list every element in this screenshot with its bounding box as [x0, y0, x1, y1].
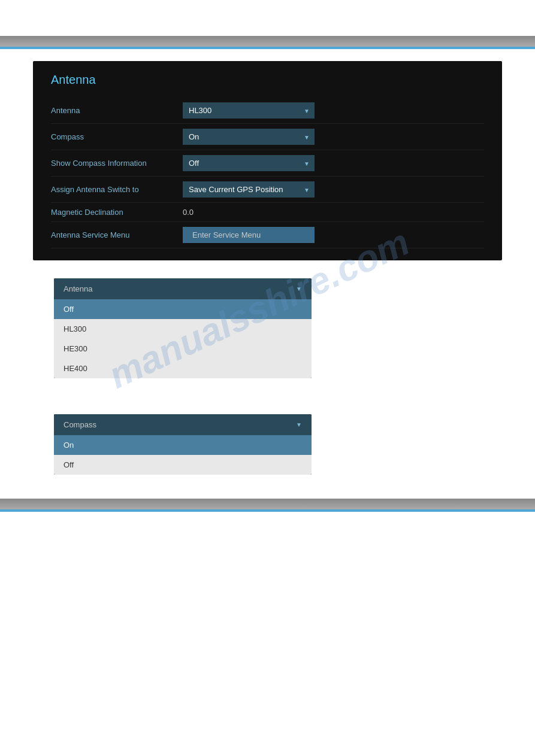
- compass-popup-header-arrow: ▼: [296, 421, 302, 428]
- antenna-dropdown-wrapper[interactable]: HL300 Off HE300 HE400: [183, 102, 315, 119]
- assign-antenna-setting-row: Assign Antenna Switch to Save Current GP…: [51, 177, 484, 203]
- antenna-option-off[interactable]: Off: [54, 299, 312, 319]
- compass-dropdown-wrapper[interactable]: On Off: [183, 129, 315, 145]
- compass-popup-panel: Compass ▼ On Off: [54, 414, 312, 475]
- antenna-option-he300[interactable]: HE300: [54, 339, 312, 359]
- antenna-popup-header-label: Antenna: [64, 284, 92, 293]
- service-menu-control: Enter Service Menu: [183, 227, 484, 243]
- compass-option-on[interactable]: On: [54, 435, 312, 455]
- antenna-title: Antenna: [51, 73, 484, 87]
- show-compass-label: Show Compass Information: [51, 159, 183, 168]
- compass-setting-label: Compass: [51, 132, 183, 141]
- show-compass-setting-row: Show Compass Information Off On: [51, 150, 484, 177]
- antenna-panel: Antenna Antenna HL300 Off HE300 HE400 Co…: [33, 61, 502, 260]
- bottom-blue-stripe: [0, 509, 535, 512]
- antenna-popup-header[interactable]: Antenna ▼: [54, 278, 312, 299]
- top-blue-stripe: [0, 47, 535, 49]
- compass-popup-header[interactable]: Compass ▼: [54, 414, 312, 435]
- antenna-setting-row: Antenna HL300 Off HE300 HE400: [51, 98, 484, 124]
- show-compass-dropdown-wrapper[interactable]: Off On: [183, 155, 315, 171]
- settings-table: Antenna HL300 Off HE300 HE400 Compass: [51, 98, 484, 248]
- show-compass-dropdown[interactable]: Off On: [183, 155, 315, 171]
- assign-antenna-control: Save Current GPS Position: [183, 181, 484, 198]
- antenna-popup-header-arrow: ▼: [296, 286, 302, 292]
- compass-option-off[interactable]: Off: [54, 455, 312, 475]
- service-menu-label: Antenna Service Menu: [51, 230, 183, 239]
- compass-dropdown-popup-section: Compass ▼ On Off: [54, 414, 502, 475]
- compass-control: On Off: [183, 129, 484, 145]
- bottom-gray-bar: [0, 499, 535, 509]
- antenna-option-hl300[interactable]: HL300: [54, 319, 312, 339]
- antenna-dropdown-popup-section: Antenna ▼ Off HL300 HE300 HE400: [54, 278, 502, 378]
- antenna-option-he400[interactable]: HE400: [54, 359, 312, 378]
- enter-service-menu-button[interactable]: Enter Service Menu: [183, 227, 315, 243]
- antenna-popup-panel: Antenna ▼ Off HL300 HE300 HE400: [54, 278, 312, 378]
- antenna-control: HL300 Off HE300 HE400: [183, 102, 484, 119]
- magnetic-declination-label: Magnetic Declination: [51, 208, 183, 217]
- service-menu-row: Antenna Service Menu Enter Service Menu: [51, 222, 484, 248]
- assign-antenna-dropdown[interactable]: Save Current GPS Position: [183, 181, 315, 198]
- assign-antenna-dropdown-wrapper[interactable]: Save Current GPS Position: [183, 181, 315, 198]
- compass-popup-header-label: Compass: [64, 420, 96, 429]
- magnetic-declination-row: Magnetic Declination 0.0: [51, 203, 484, 222]
- assign-antenna-label: Assign Antenna Switch to: [51, 185, 183, 194]
- compass-setting-row: Compass On Off: [51, 124, 484, 150]
- magnetic-declination-value: 0.0: [183, 208, 484, 217]
- top-gray-bar: [0, 36, 535, 47]
- compass-dropdown[interactable]: On Off: [183, 129, 315, 145]
- antenna-setting-label: Antenna: [51, 106, 183, 115]
- antenna-dropdown[interactable]: HL300 Off HE300 HE400: [183, 102, 315, 119]
- show-compass-control: Off On: [183, 155, 484, 171]
